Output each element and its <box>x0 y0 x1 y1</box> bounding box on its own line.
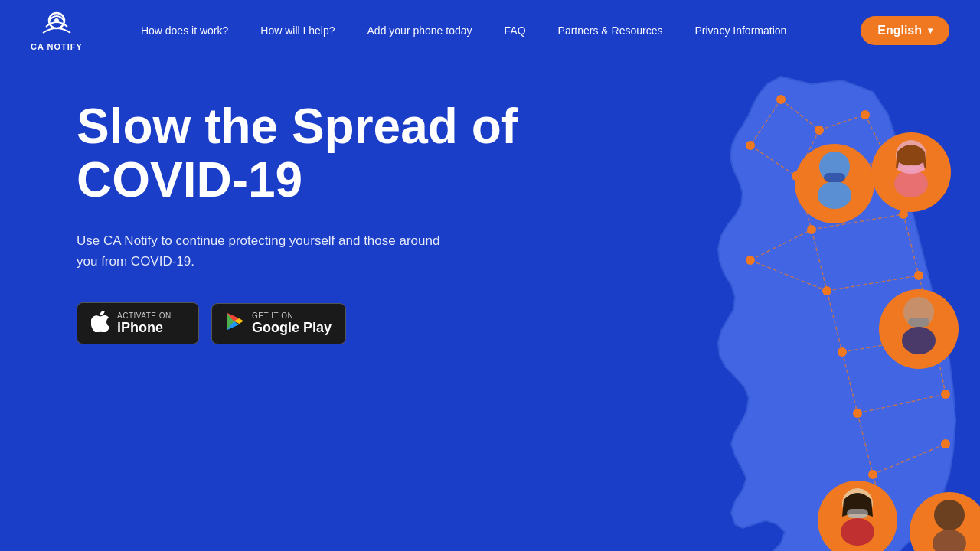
nav-how-help[interactable]: How will I help? <box>248 18 347 44</box>
svg-point-36 <box>914 271 923 280</box>
navbar: CA NOTIFY How does it work? How will I h… <box>0 0 980 61</box>
iphone-btn-text: Activate on iPhone <box>117 311 172 336</box>
iphone-btn-large: iPhone <box>117 320 172 336</box>
svg-point-39 <box>853 409 862 418</box>
svg-point-61 <box>934 500 965 530</box>
hero-subtitle: Use CA Notify to continue protecting you… <box>77 230 444 272</box>
chevron-down-icon: ▾ <box>928 25 933 36</box>
svg-point-34 <box>746 256 755 265</box>
nav-partners[interactable]: Partners & Resources <box>546 18 675 44</box>
svg-point-41 <box>868 470 877 479</box>
apple-icon <box>91 311 109 336</box>
language-button[interactable]: English ▾ <box>861 16 949 45</box>
svg-point-29 <box>746 141 755 150</box>
svg-point-42 <box>941 439 950 448</box>
android-btn-small: GET IT ON <box>252 311 332 320</box>
hero-title: Slow the Spread of COVID-19 <box>77 99 536 207</box>
app-buttons: Activate on iPhone GET IT ON Google Pla <box>77 302 536 344</box>
hero-section: Slow the Spread of COVID-19 Use CA Notif… <box>0 61 980 551</box>
iphone-app-button[interactable]: Activate on iPhone <box>77 302 199 344</box>
nav-links: How does it work? How will I help? Add y… <box>129 18 861 44</box>
svg-point-35 <box>822 286 831 295</box>
svg-point-26 <box>776 95 786 104</box>
svg-point-32 <box>807 225 816 234</box>
map-illustration <box>536 31 980 551</box>
iphone-btn-small: Activate on <box>117 311 172 320</box>
svg-rect-59 <box>847 509 868 518</box>
google-play-icon <box>226 311 244 335</box>
logo-text: CA NOTIFY <box>31 42 83 51</box>
nav-add-phone[interactable]: Add your phone today <box>355 18 485 44</box>
svg-point-51 <box>894 170 928 197</box>
nav-privacy[interactable]: Privacy Information <box>683 18 799 44</box>
hero-content: Slow the Spread of COVID-19 Use CA Notif… <box>77 84 536 344</box>
svg-point-27 <box>815 126 824 135</box>
svg-rect-48 <box>824 173 845 182</box>
language-label: English <box>877 24 922 37</box>
android-app-button[interactable]: GET IT ON Google Play <box>211 303 346 344</box>
svg-point-47 <box>818 181 851 209</box>
nav-how-works[interactable]: How does it work? <box>129 18 240 44</box>
svg-point-37 <box>838 347 847 357</box>
nav-faq[interactable]: FAQ <box>492 18 538 44</box>
logo[interactable]: CA NOTIFY <box>31 10 83 51</box>
android-btn-text: GET IT ON Google Play <box>252 311 332 336</box>
svg-rect-55 <box>908 318 929 327</box>
android-btn-large: Google Play <box>252 320 332 336</box>
svg-point-54 <box>902 327 936 354</box>
svg-point-28 <box>861 110 870 119</box>
svg-point-40 <box>941 390 950 399</box>
svg-point-1 <box>54 18 59 23</box>
svg-point-58 <box>841 518 874 546</box>
